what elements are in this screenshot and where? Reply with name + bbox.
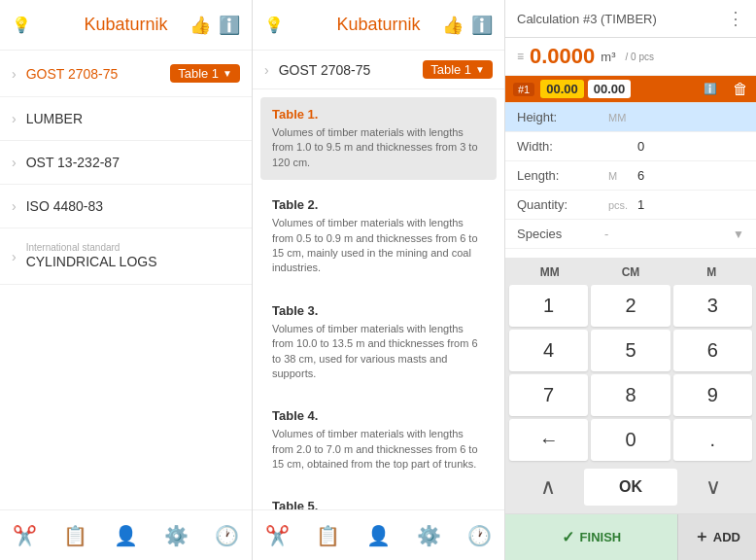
form-row-grade[interactable]: Grade - ▼	[505, 249, 756, 258]
length-value[interactable]: 6	[637, 168, 744, 183]
table-item-1[interactable]: Table 1. Volumes of timber materials wit…	[260, 97, 497, 180]
numpad-btn-9[interactable]: 9	[673, 374, 752, 416]
entry-field1[interactable]: 00.00	[540, 80, 584, 98]
numpad-btn-0[interactable]: 0	[591, 419, 670, 461]
panel3: Calculation #3 (TIMBER) ⋮ ≡ 0.0000 m³ / …	[505, 0, 756, 560]
panel3-header: Calculation #3 (TIMBER) ⋮	[505, 0, 756, 38]
table-item-title: Table 3.	[272, 303, 485, 318]
entry-row: #1 00.00 00.00 ℹ️ 🗑	[505, 76, 756, 103]
numpad-col-m[interactable]: M	[671, 265, 752, 279]
table-badge-label: Table 1	[178, 66, 219, 81]
numpad-up-icon[interactable]: ∧	[511, 474, 584, 500]
table-item-title: Table 5.	[272, 499, 485, 509]
action-bar: ✓ FINISH ＋ ADD	[505, 513, 756, 560]
species-dropdown[interactable]: - ▼	[604, 227, 744, 241]
history-icon[interactable]: 🕐	[467, 524, 492, 547]
panel2-badge-label: Table 1	[430, 62, 471, 77]
nav-item-label: OST 13-232-87	[26, 155, 240, 170]
table-item-5[interactable]: Table 5. People's standard. Volumes of t…	[260, 489, 497, 509]
person-icon[interactable]: 👤	[366, 524, 391, 547]
chevron-icon: ›	[12, 111, 17, 126]
add-button[interactable]: ＋ ADD	[677, 514, 756, 560]
height-label: Height:	[517, 110, 604, 124]
numpad-col-cm[interactable]: CM	[590, 265, 670, 279]
badge-dropdown-icon: ▼	[223, 68, 232, 79]
quantity-value[interactable]: 1	[637, 197, 744, 212]
numpad-btn-dot[interactable]: .	[673, 419, 752, 461]
numpad-btn-7[interactable]: 7	[509, 374, 588, 416]
panel2-info-icon[interactable]: ℹ️	[471, 15, 493, 36]
table-badge[interactable]: Table 1 ▼	[170, 64, 240, 83]
panel2-nav-active[interactable]: › GOST 2708-75 Table 1 ▼	[253, 51, 504, 89]
table-item-title: Table 4.	[272, 408, 485, 423]
table-item-3[interactable]: Table 3. Volumes of timber materials wit…	[260, 294, 497, 392]
entry-delete-icon[interactable]: 🗑	[733, 81, 748, 98]
table-item-2[interactable]: Table 2. Volumes of timber materials wit…	[260, 188, 497, 286]
person-icon[interactable]: 👤	[114, 524, 138, 547]
panel2-table-badge[interactable]: Table 1 ▼	[423, 60, 493, 79]
nav-item-label: GOST 2708-75	[26, 66, 171, 82]
numpad-col-mm[interactable]: MM	[509, 265, 590, 279]
chevron-icon: ›	[12, 198, 17, 214]
numpad-btn-1[interactable]: 1	[509, 285, 588, 327]
width-value[interactable]: 0	[637, 139, 744, 154]
panel1-nav-list: › GOST 2708-75 Table 1 ▼ › LUMBER › OST …	[0, 51, 252, 509]
table-item-4[interactable]: Table 4. Volumes of timber materials wit…	[260, 399, 497, 481]
species-label: Species	[517, 227, 604, 241]
history-icon[interactable]: 🕐	[215, 524, 239, 547]
chevron-icon: ›	[12, 66, 17, 82]
width-label: Width:	[517, 139, 604, 154]
finish-label: FINISH	[580, 530, 622, 544]
panel1-thumb-icon[interactable]: 👍	[189, 15, 211, 36]
nav-item-ost[interactable]: › OST 13-232-87	[0, 141, 252, 185]
entry-num: #1	[513, 83, 534, 96]
nav-item-iso[interactable]: › ISO 4480-83	[0, 185, 252, 228]
panel1-header: 💡 Kubaturnik 👍 ℹ️	[0, 0, 252, 51]
numpad-btn-5[interactable]: 5	[591, 330, 670, 371]
length-label: Length:	[517, 168, 604, 183]
entry-info-icon[interactable]: ℹ️	[704, 83, 717, 95]
panel1-info-icon[interactable]: ℹ️	[219, 15, 240, 36]
table-item-title: Table 1.	[272, 107, 485, 122]
species-dropdown-icon: ▼	[733, 228, 744, 241]
cut-icon[interactable]: ✂️	[265, 524, 290, 547]
numpad: MM CM M 1 2 3 4 5 6 7 8 9 ← 0 . ∧ OK ∨	[505, 258, 756, 513]
length-unit: M	[608, 170, 637, 182]
numpad-btn-backspace[interactable]: ←	[509, 419, 588, 461]
entry-field2[interactable]: 00.00	[588, 80, 632, 98]
form-row-species[interactable]: Species - ▼	[505, 220, 756, 249]
volume-row: ≡ 0.0000 m³ / 0 pcs	[505, 38, 756, 76]
panel2: 💡 Kubaturnik 👍 ℹ️ › GOST 2708-75 Table 1…	[253, 0, 505, 560]
form-row-length: Length: M 6	[505, 161, 756, 191]
table-item-title: Table 2.	[272, 197, 485, 212]
settings-icon[interactable]: ⚙️	[164, 524, 189, 547]
nav-item-logs[interactable]: › International standard CYLINDRICAL LOG…	[0, 228, 252, 285]
table-item-desc: Volumes of timber materials with lengths…	[272, 427, 485, 472]
numpad-btn-6[interactable]: 6	[673, 330, 752, 371]
panel2-header: 💡 Kubaturnik 👍 ℹ️	[253, 0, 504, 51]
nav-item-label: LUMBER	[26, 111, 240, 126]
numpad-btn-2[interactable]: 2	[591, 285, 670, 327]
volume-unit: m³	[601, 50, 615, 64]
calc-title-text: Calculation #3 (TIMBER)	[517, 12, 657, 26]
nav-item-gost[interactable]: › GOST 2708-75 Table 1 ▼	[0, 51, 252, 97]
cut-icon[interactable]: ✂️	[13, 524, 37, 547]
chevron-icon: ›	[12, 249, 17, 264]
panel2-thumb-icon[interactable]: 👍	[442, 15, 464, 36]
finish-button[interactable]: ✓ FINISH	[505, 514, 677, 560]
numpad-down-icon[interactable]: ∨	[677, 474, 750, 500]
numpad-btn-4[interactable]: 4	[509, 330, 588, 371]
height-unit: MM	[608, 112, 637, 123]
add-label: ADD	[713, 530, 740, 544]
nav-item-lumber[interactable]: › LUMBER	[0, 97, 252, 141]
nav-sub-label: International standard	[26, 242, 157, 253]
settings-icon[interactable]: ⚙️	[417, 524, 441, 547]
list-icon[interactable]: 📋	[316, 524, 340, 547]
more-options-icon[interactable]: ⋮	[727, 8, 744, 29]
numpad-btn-3[interactable]: 3	[673, 285, 752, 327]
numpad-btn-8[interactable]: 8	[591, 374, 670, 416]
panel2-bulb-icon: 💡	[264, 16, 284, 34]
quantity-label: Quantity:	[517, 197, 604, 212]
numpad-ok-button[interactable]: OK	[584, 469, 676, 506]
list-icon[interactable]: 📋	[63, 524, 87, 547]
